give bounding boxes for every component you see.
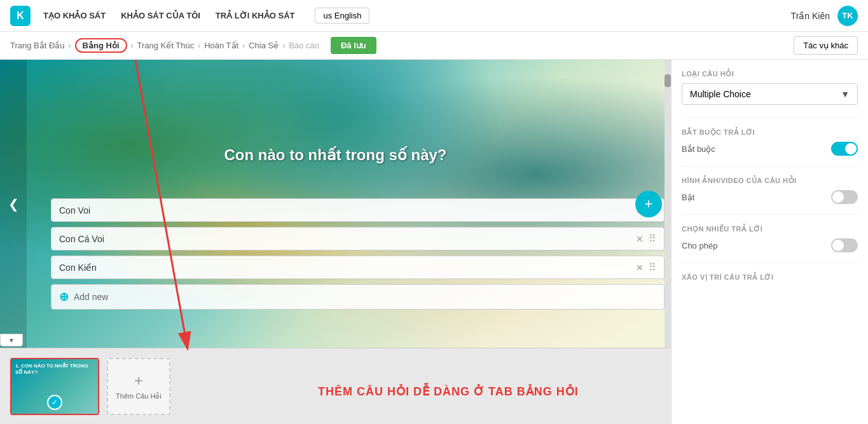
- avatar[interactable]: TK: [837, 6, 858, 26]
- top-nav: K TẠO KHẢO SÁT KHẢO SÁT CỦA TÔI TRẢ LỜI …: [0, 0, 868, 32]
- multi-answer-toggle-row: Cho phép: [682, 238, 858, 252]
- annotation-text: THÊM CÂU HỎI DỄ DÀNG Ở TAB BẢNG HỎI: [318, 385, 579, 399]
- dropdown-arrow-icon: ▼: [841, 89, 850, 99]
- add-new-plus-icon: ⊕: [59, 290, 69, 304]
- breadcrumb-items: Trang Bắt Đầu › Bảng Hỏi › Trang Kết Thú…: [10, 37, 794, 54]
- scrollbar-thumb[interactable]: [665, 74, 671, 87]
- bc-bao-cao[interactable]: Báo cáo: [289, 41, 319, 50]
- option-text-2[interactable]: Con Cá Voi: [59, 234, 636, 244]
- option-text-1[interactable]: Con Voi: [59, 205, 636, 215]
- option-row: Con Voi ✕ ⠿: [51, 198, 665, 222]
- divider-2: [682, 166, 858, 167]
- nav-tao-khao-sat[interactable]: TẠO KHẢO SÁT: [43, 11, 106, 20]
- main-layout: ❮ Con nào to nhất trong số này? Con Voi …: [0, 60, 868, 424]
- multi-answer-section: CHỌN NHIỀU TRẢ LỜI Cho phép: [682, 225, 858, 252]
- bc-sep-3: ›: [198, 41, 200, 50]
- bc-trang-ket-thuc[interactable]: Trang Kết Thúc: [137, 41, 195, 50]
- question-type-value: Multiple Choice: [690, 89, 751, 99]
- collapse-bottom-button[interactable]: ▼: [0, 334, 23, 346]
- nav-khao-sat-cua-toi[interactable]: KHẢO SÁT CỦA TÔI: [121, 11, 200, 20]
- scrollbar[interactable]: [665, 60, 671, 348]
- required-toggle-row: Bắt buộc: [682, 142, 858, 156]
- option-delete-3[interactable]: ✕: [636, 263, 644, 273]
- bc-sep-5: ›: [282, 41, 285, 50]
- multi-answer-toggle-label: Cho phép: [682, 241, 717, 250]
- required-toggle-label: Bắt buộc: [682, 144, 715, 154]
- required-toggle[interactable]: [831, 142, 858, 156]
- bc-sep-2: ›: [131, 41, 134, 50]
- question-text: Con nào to nhất trong số này?: [224, 146, 447, 164]
- left-arrow-button[interactable]: ❮: [2, 193, 25, 215]
- required-section: BẮT BUỘC TRẢ LỜI Bắt buộc: [682, 128, 858, 156]
- bc-hoan-tat[interactable]: Hoàn Tất: [204, 41, 238, 50]
- question-type-dropdown[interactable]: Multiple Choice ▼: [682, 83, 858, 105]
- right-sidebar: LOẠI CÂU HỎI Multiple Choice ▼ BẮT BUỘC …: [671, 60, 868, 424]
- right-arrow-button[interactable]: +: [635, 191, 662, 217]
- option-drag-2[interactable]: ⠿: [649, 233, 656, 245]
- add-question-button[interactable]: + Thêm Câu Hỏi: [107, 358, 170, 415]
- add-question-plus-icon: +: [134, 372, 143, 390]
- option-delete-2[interactable]: ✕: [636, 234, 644, 244]
- options-area: Con Voi ✕ ⠿ Con Cá Voi ✕ ⠿ Con Kiến ✕ ⠿ …: [51, 198, 665, 310]
- required-label: BẮT BUỘC TRẢ LỜI: [682, 128, 858, 137]
- top-nav-right: Trần Kiên TK: [791, 6, 858, 26]
- divider-4: [682, 263, 858, 263]
- logo: K: [10, 6, 31, 26]
- question-thumbnail[interactable]: 1. CON NÀO TO NHẤT TRONG SỐ NÀY? ✓: [10, 358, 99, 415]
- add-question-label: Thêm Câu Hỏi: [116, 392, 162, 400]
- language-button[interactable]: us English: [315, 8, 369, 24]
- bc-chia-se[interactable]: Chia Sẻ: [249, 41, 279, 50]
- option-text-3[interactable]: Con Kiến: [59, 263, 636, 273]
- add-new-label: Add new: [74, 292, 108, 302]
- question-type-section: LOẠI CÂU HỎI Multiple Choice ▼: [682, 70, 858, 105]
- multi-answer-label: CHỌN NHIỀU TRẢ LỜI: [682, 225, 858, 233]
- shuffle-section: XÃO VỊ TRÍ CÂU TRẢ LỜI: [682, 273, 858, 282]
- thumb-label: 1. CON NÀO TO NHẤT TRONG SỐ NÀY?: [15, 363, 94, 376]
- question-type-label: LOẠI CÂU HỎI: [682, 70, 858, 78]
- option-row-2: Con Cá Voi ✕ ⠿: [51, 227, 665, 250]
- bc-sep-4: ›: [242, 41, 245, 50]
- media-toggle-row: Bật: [682, 190, 858, 204]
- media-section: HÌNH ẢNH/VIDEO CỦA CÂU HỎI Bật: [682, 177, 858, 204]
- media-label: HÌNH ẢNH/VIDEO CỦA CÂU HỎI: [682, 177, 858, 185]
- multi-answer-toggle[interactable]: [831, 238, 858, 252]
- tac-vu-button[interactable]: Tác vụ khác: [794, 36, 858, 55]
- bc-trang-bat-dau[interactable]: Trang Bắt Đầu: [10, 41, 65, 50]
- user-name: Trần Kiên: [791, 11, 830, 21]
- shuffle-label: XÃO VỊ TRÍ CÂU TRẢ LỜI: [682, 273, 858, 282]
- media-toggle[interactable]: [831, 190, 858, 204]
- canvas-area: ❮ Con nào to nhất trong số này? Con Voi …: [0, 60, 671, 348]
- breadcrumb: Trang Bắt Đầu › Bảng Hỏi › Trang Kết Thú…: [0, 32, 868, 60]
- bc-sep-1: ›: [69, 41, 71, 50]
- thumb-check-icon: ✓: [47, 395, 62, 410]
- save-button[interactable]: Đã lưu: [331, 37, 376, 54]
- add-new-row[interactable]: ⊕ Add new: [51, 284, 665, 310]
- option-row-3: Con Kiến ✕ ⠿: [51, 256, 665, 279]
- nav-links: TẠO KHẢO SÁT KHẢO SÁT CỦA TÔI TRẢ LỜI KH…: [43, 8, 369, 24]
- media-toggle-label: Bật: [682, 193, 694, 202]
- nav-tra-loi-khao-sat[interactable]: TRẢ LỜI KHẢO SÁT: [216, 11, 295, 20]
- option-drag-3[interactable]: ⠿: [649, 261, 656, 273]
- background-image: ❮ Con nào to nhất trong số này? Con Voi …: [0, 60, 671, 348]
- divider-3: [682, 214, 858, 215]
- bc-bang-hoi[interactable]: Bảng Hỏi: [75, 38, 127, 53]
- divider-1: [682, 118, 858, 118]
